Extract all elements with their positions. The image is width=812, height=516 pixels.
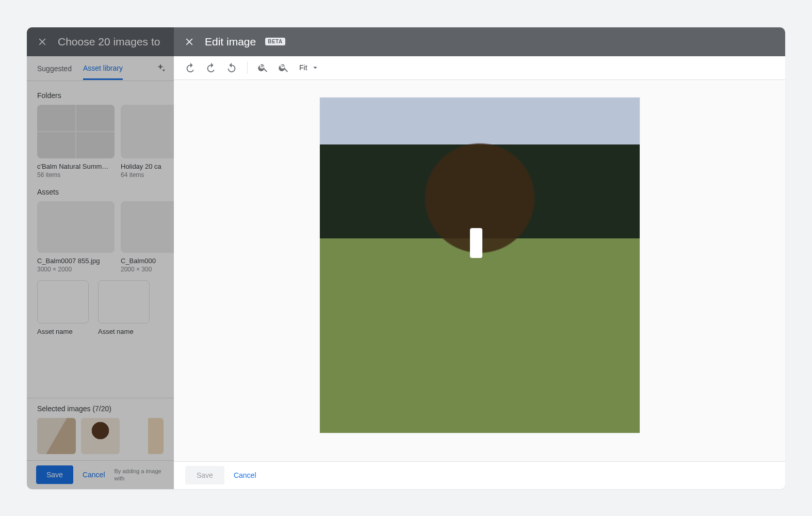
edit-image-panel: Edit image BETA Fit Save Cancel — [174, 27, 785, 489]
asset-name: Asset name — [37, 328, 89, 335]
selected-thumb[interactable] — [81, 418, 120, 454]
asset-dims: 2000 × 300 — [121, 266, 174, 273]
folders-heading: Folders — [37, 91, 164, 100]
close-icon[interactable] — [36, 36, 48, 48]
asset-name: C_Balm0007 855.jpg — [37, 257, 115, 265]
folder-count: 56 items — [37, 171, 115, 179]
asset-picker-tabs: Suggested Asset library — [27, 56, 174, 81]
folder-name: c'Balm Natural Summ… — [37, 163, 115, 170]
save-button: Save — [185, 466, 224, 485]
folder-name: Holiday 20 ca — [121, 163, 174, 170]
image-canvas[interactable] — [320, 98, 640, 433]
zoom-out-icon[interactable] — [274, 58, 293, 77]
folder-count: 64 items — [121, 171, 174, 179]
asset-name: Asset name — [98, 328, 150, 335]
edit-image-footer: Save Cancel — [174, 461, 785, 489]
asset-picker-footer: Save Cancel By adding a image with — [27, 460, 174, 489]
tab-suggested[interactable]: Suggested — [37, 64, 72, 79]
sparkle-icon[interactable] — [154, 62, 167, 75]
edit-image-header: Edit image BETA — [174, 27, 785, 56]
edited-image — [320, 98, 640, 433]
asset-dims: 3000 × 2000 — [37, 266, 115, 273]
undo-icon[interactable] — [181, 58, 200, 77]
asset-card[interactable]: C_Balm000 2000 × 300 — [121, 201, 174, 273]
footer-note: By adding a image with — [115, 467, 165, 482]
asset-card[interactable]: C_Balm0007 855.jpg 3000 × 2000 — [37, 201, 115, 273]
beta-badge: BETA — [265, 38, 285, 45]
tab-asset-library[interactable]: Asset library — [83, 64, 123, 80]
reset-icon[interactable] — [222, 58, 241, 77]
toolbar-divider — [247, 61, 248, 74]
folder-card[interactable]: Holiday 20 ca 64 items — [121, 105, 174, 179]
editor-toolbar: Fit — [174, 56, 785, 80]
asset-card[interactable]: Asset name — [98, 280, 150, 335]
zoom-in-icon[interactable] — [254, 58, 272, 77]
selected-thumb[interactable] — [125, 418, 164, 454]
app-frame: Choose 20 images to Suggested Asset libr… — [27, 27, 785, 489]
cancel-button[interactable]: Cancel — [234, 471, 256, 479]
asset-picker-body: Folders c'Balm Natural Summ… 56 items Ho… — [27, 81, 174, 398]
save-button[interactable]: Save — [36, 465, 73, 484]
selected-images-bar: Selected images (7/20) — [27, 398, 174, 460]
asset-picker-title: Choose 20 images to — [58, 36, 160, 48]
zoom-select-label: Fit — [299, 63, 307, 72]
chevron-down-icon — [311, 63, 320, 72]
canvas-area — [174, 80, 785, 461]
close-icon[interactable] — [183, 36, 196, 48]
asset-card[interactable]: Asset name — [37, 280, 89, 335]
selected-images-title: Selected images (7/20) — [37, 405, 164, 413]
redo-icon[interactable] — [202, 58, 220, 77]
zoom-select[interactable]: Fit — [295, 63, 324, 72]
cancel-button[interactable]: Cancel — [83, 471, 105, 479]
selected-thumb[interactable] — [37, 418, 76, 454]
assets-heading: Assets — [37, 188, 164, 196]
folder-card[interactable]: c'Balm Natural Summ… 56 items — [37, 105, 115, 179]
asset-picker-panel: Choose 20 images to Suggested Asset libr… — [27, 27, 174, 489]
asset-name: C_Balm000 — [121, 257, 174, 265]
asset-picker-header: Choose 20 images to — [27, 27, 174, 56]
edit-image-title: Edit image — [205, 36, 256, 48]
